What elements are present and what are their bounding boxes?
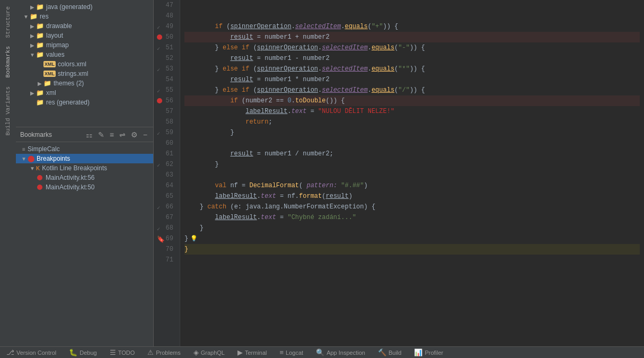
code-line-68: }: [184, 223, 640, 233]
tree-item-drawable[interactable]: ▶ 📁 drawable: [16, 21, 153, 31]
line-num-52: 52: [156, 53, 175, 64]
code-line-60: [184, 138, 640, 149]
line-num-58: 58: [156, 117, 175, 127]
tab-profiler[interactable]: 📊 Profiler: [412, 347, 445, 357]
tab-version-control[interactable]: ⎇ Version Control: [4, 347, 58, 357]
tree-label: res: [40, 13, 151, 20]
bookmarks-tree: ≡ SimpleCalc ▼ ⬤ Breakpoints ▼ K Kotlin …: [16, 142, 153, 346]
lightbulb-icon: 💡: [190, 233, 198, 244]
breakpoint-dot-icon: [37, 185, 42, 190]
tab-debug[interactable]: 🐛 Debug: [67, 347, 99, 357]
breakpoint-dot-icon: [37, 175, 42, 180]
tree-label: java (generated): [46, 3, 151, 11]
bookmark-mainactivity-56[interactable]: MainActivity.kt:56: [16, 173, 153, 182]
tree-item-res[interactable]: ▼ 📁 res: [16, 12, 153, 21]
code-line-47: [184, 0, 640, 11]
bookmark-label: SimpleCalc: [28, 145, 151, 153]
settings-button[interactable]: ⚙: [129, 130, 139, 139]
app-inspection-icon: 🔍: [316, 348, 324, 356]
xml-icon: XML: [43, 61, 56, 67]
group-button[interactable]: ≡: [108, 130, 116, 139]
tree-item-strings[interactable]: XML strings.xml: [16, 69, 153, 78]
tree-label: colors.xml: [58, 60, 151, 68]
code-line-67: labelResult.text = "Chybné zadání...": [184, 212, 640, 223]
tree-item-mipmap[interactable]: ▶ 📁 mipmap: [16, 40, 153, 50]
code-line-58: return;: [184, 117, 640, 127]
bookmark-breakpoints[interactable]: ▼ ⬤ Breakpoints: [16, 154, 153, 163]
close-button[interactable]: −: [142, 130, 149, 139]
code-editor: 47 48 49 ✓ 50 51 ✓ 52 53 ✓: [154, 0, 644, 346]
file-tree-panel: ▶ 📁 java (generated) ▼ 📁 res ▶ 📁 drawabl…: [16, 0, 154, 346]
line-num-48: 48: [156, 11, 175, 21]
todo-icon: ☰: [110, 348, 116, 356]
tab-build[interactable]: 🔨 Build: [376, 347, 403, 357]
ungroup-button[interactable]: ⇌: [118, 130, 127, 139]
tab-terminal[interactable]: ▶ Terminal: [235, 347, 269, 357]
arrow-icon: ▶: [29, 33, 36, 39]
tree-item-layout[interactable]: ▶ 📁 layout: [16, 31, 153, 40]
arrow-icon: ▶: [29, 90, 36, 96]
left-sidebar: Structure Bookmarks Build Variants: [0, 0, 16, 346]
tab-logcat[interactable]: ≡ Logcat: [278, 347, 306, 357]
code-line-61: result = number1 / number2;: [184, 149, 640, 159]
edit-button[interactable]: ✎: [96, 130, 106, 139]
arrow-icon: ▼: [20, 156, 28, 162]
line-num-51: 51 ✓: [156, 42, 175, 53]
line-num-55: 55 ✓: [156, 85, 175, 95]
bookmark-kotlin-bp[interactable]: ▼ K Kotlin Line Breakpoints: [16, 163, 153, 173]
tree-item-colors[interactable]: XML colors.xml: [16, 59, 153, 69]
bookmark-mainactivity-50[interactable]: MainActivity.kt:50: [16, 182, 153, 192]
line-num-61: 61: [156, 149, 175, 159]
bookmarks-toolbar: ⚏ ✎ ≡ ⇌ ⚙ −: [84, 130, 149, 139]
folder-icon: 📁: [36, 99, 44, 106]
sidebar-tab-build-variants[interactable]: Build Variants: [3, 82, 13, 139]
code-area: 47 48 49 ✓ 50 51 ✓ 52 53 ✓: [154, 0, 644, 346]
sidebar-tab-bookmarks[interactable]: Bookmarks: [3, 42, 13, 82]
kotlin-icon: K: [36, 165, 40, 171]
code-content[interactable]: if (spinnerOperation.selectedItem.equals…: [180, 0, 644, 346]
code-line-63: [184, 170, 640, 180]
breakpoint-icon: ⬤: [28, 155, 34, 162]
tree-item-themes[interactable]: ▶ 📁 themes (2): [16, 78, 153, 88]
tree-item-res-generated[interactable]: 📁 res (generated): [16, 98, 153, 107]
tree-item-xml[interactable]: ▶ 📁 xml: [16, 88, 153, 98]
line-num-62: 62 ✓: [156, 159, 175, 170]
code-line-65: labelResult.text = nf.format(result): [184, 191, 640, 202]
line-num-63: 63: [156, 170, 175, 180]
arrow-icon: ▶: [36, 81, 43, 86]
xml-icon: XML: [43, 71, 56, 77]
code-line-48: [184, 11, 640, 21]
bottom-bar: ⎇ Version Control 🐛 Debug ☰ TODO ⚠ Probl…: [0, 346, 644, 358]
tab-app-inspection[interactable]: 🔍 App Inspection: [314, 347, 367, 357]
bookmarks-title: Bookmarks: [20, 131, 52, 138]
code-line-57: labelResult.text = "NULOU DĚLIT NELZE!": [184, 106, 640, 117]
arrow-icon: ▼: [29, 52, 36, 58]
folder-icon: 📁: [36, 3, 44, 11]
bookmark-gutter-icon: 🔖: [157, 234, 165, 245]
tree-item-values[interactable]: ▼ 📁 values: [16, 50, 153, 59]
bookmark-label: MainActivity.kt:56: [46, 174, 151, 181]
tree-label: res (generated): [46, 99, 151, 106]
breakpoint-indicator-icon: [157, 34, 162, 40]
tree-item-java-generated[interactable]: ▶ 📁 java (generated): [16, 2, 153, 12]
tab-problems[interactable]: ⚠ Problems: [145, 347, 182, 357]
problems-icon: ⚠: [147, 348, 154, 356]
code-line-64: val nf = DecimalFormat( pattern: "#.##"): [184, 180, 640, 191]
tab-graphql[interactable]: ◈ GraphQL: [191, 347, 227, 357]
arrow-icon: ▶: [29, 23, 36, 29]
code-line-56: if (number2 == 0.toDouble()) {: [184, 95, 640, 106]
tree-label: layout: [46, 32, 151, 39]
folder-icon: 📁: [43, 80, 51, 87]
tab-label: TODO: [118, 350, 135, 356]
bookmark-simplecalc[interactable]: ≡ SimpleCalc: [16, 144, 153, 154]
folder-icon: 📁: [36, 22, 44, 30]
sidebar-tab-structure[interactable]: Structure: [3, 2, 13, 42]
code-line-69: } 💡: [184, 233, 640, 244]
tab-todo[interactable]: ☰ TODO: [108, 347, 137, 357]
line-num-65: 65: [156, 191, 175, 202]
line-num-53: 53 ✓: [156, 64, 175, 74]
code-line-55: } else if (spinnerOperation.selectedItem…: [184, 85, 640, 95]
folder-icon: 📁: [36, 51, 44, 58]
line-num-60: 60: [156, 138, 175, 149]
filter-button[interactable]: ⚏: [84, 130, 94, 139]
